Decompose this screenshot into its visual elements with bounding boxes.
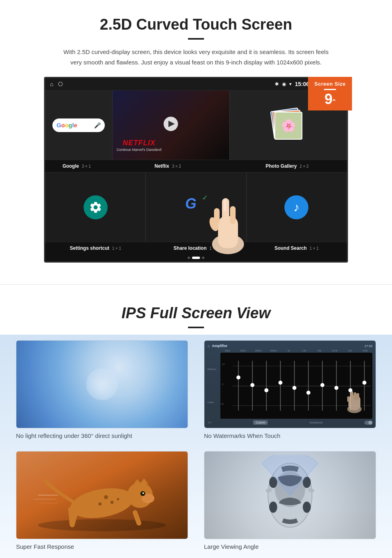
photo-card-3: 🌸 xyxy=(274,112,302,140)
netflix-app-name: Netflix xyxy=(154,163,169,169)
eq-track-5 xyxy=(294,361,295,411)
eq-track-4 xyxy=(280,361,281,411)
wifi-icon: ▾ xyxy=(289,81,292,87)
settings-label: Settings shortcut 1 × 1 xyxy=(45,244,146,253)
google-app-name: Google xyxy=(62,163,79,169)
app-labels-row-2: Settings shortcut 1 × 1 Share location 1… xyxy=(45,242,347,254)
bluetooth-icon: ✱ xyxy=(275,81,279,87)
eq-track-3 xyxy=(266,361,267,411)
curved-touch-section: 2.5D Curved Touch Screen With 2.5D curve… xyxy=(0,0,392,276)
eq-handle-3 xyxy=(264,388,268,392)
feature-grid: No light reflecting under 360° direct su… xyxy=(16,340,376,550)
app-labels-row-1: Google 3 × 1 Netflix 3 × 2 Photo Gallery… xyxy=(45,160,347,172)
eq-handle-7 xyxy=(320,383,324,387)
eq-handle-6 xyxy=(306,391,310,395)
eq-track-9 xyxy=(350,361,351,411)
google-search-bar[interactable]: Google 🎤 xyxy=(52,118,105,132)
eq-main-area: Balance Fader xyxy=(208,353,372,419)
status-left: ⌂ ⎔ xyxy=(50,81,63,87)
badge-divider xyxy=(324,89,336,90)
gallery-app-size: 2 × 2 xyxy=(300,164,309,169)
svg-point-23 xyxy=(98,502,102,506)
google-logo: Google xyxy=(56,122,77,128)
page-dot-3 xyxy=(202,257,204,259)
mic-icon[interactable]: 🎤 xyxy=(94,122,101,128)
svg-rect-2 xyxy=(222,198,229,224)
home-icon: ⌂ xyxy=(50,81,53,87)
feature-fast-response: Super Fast Response xyxy=(16,451,188,550)
settings-cell[interactable] xyxy=(45,172,146,242)
eq-handle-1 xyxy=(236,375,240,379)
status-bar: ⌂ ⎔ ✱ ◉ ▾ 15:06 ◫ ◁) ▣ ⬜ xyxy=(45,78,347,90)
netflix-label-row: Netflix 3 × 2 xyxy=(108,162,227,171)
svg-point-13 xyxy=(38,519,166,531)
gallery-label-row: Photo Gallery 2 × 2 xyxy=(228,162,347,171)
app-grid-row-2: G ✓ xyxy=(45,172,347,242)
cheetah-background xyxy=(16,452,188,539)
eq-track-7 xyxy=(322,361,323,411)
google-app-cell[interactable]: Google 🎤 xyxy=(45,90,112,160)
google-label: Google 3 × 1 xyxy=(45,162,108,171)
sky-background xyxy=(16,341,188,428)
no-reflection-image xyxy=(16,340,188,428)
android-screen: ⌂ ⎔ ✱ ◉ ▾ 15:06 ◫ ◁) ▣ ⬜ xyxy=(44,77,348,263)
svg-rect-3 xyxy=(230,206,236,224)
svg-point-14 xyxy=(68,484,136,523)
share-location-label: Share location 1 × 1 xyxy=(146,244,246,253)
svg-point-22 xyxy=(110,501,114,504)
share-location-cell[interactable]: G ✓ xyxy=(146,172,246,242)
feature-no-reflection: No light reflecting under 360° direct su… xyxy=(16,340,188,439)
maps-icon-wrapper: G ✓ xyxy=(182,193,210,221)
eq-handle-4 xyxy=(278,381,282,385)
svg-point-21 xyxy=(104,495,108,499)
netflix-logo: NETFLIX xyxy=(117,139,162,147)
ips-title: IPS Full Screen View xyxy=(16,305,376,322)
svg-point-24 xyxy=(117,498,119,500)
eq-handle-2 xyxy=(250,383,254,387)
maps-check-icon: ✓ xyxy=(202,193,208,202)
settings-app-size: 1 × 1 xyxy=(112,246,121,251)
google-app-size: 3 × 1 xyxy=(82,164,91,169)
screen-wrapper: Screen Size 9" ⌂ ⎔ ✱ ◉ ▾ xyxy=(24,77,368,264)
flower-icon: 🌸 xyxy=(281,118,296,132)
eq-track-1 xyxy=(238,361,239,411)
eq-track-6 xyxy=(308,361,309,411)
gear-icon xyxy=(89,201,102,214)
maps-g-letter: G xyxy=(185,195,196,212)
ips-section: IPS Full Screen View No light reflecting… xyxy=(0,293,392,558)
music-note-circle: ♪ xyxy=(284,195,308,219)
share-location-app-name: Share location xyxy=(174,245,207,251)
badge-size: 9" xyxy=(314,92,346,106)
no-watermarks-image: ⌂ Amplifier 17:33 60hz 100hz 200 xyxy=(204,340,376,428)
netflix-app-cell[interactable]: NETFLIX Continue Marvel's Daredevil xyxy=(112,90,230,160)
eq-track-10 xyxy=(364,361,365,411)
page-indicator xyxy=(45,254,347,261)
cheetah-svg xyxy=(26,459,178,531)
page-dot-1 xyxy=(188,257,190,259)
eq-handle-9 xyxy=(348,388,352,392)
usb-icon: ⎔ xyxy=(58,81,63,87)
netflix-subtitle: Continue Marvel's Daredevil xyxy=(117,148,162,152)
gallery-app-name: Photo Gallery xyxy=(266,163,297,169)
sky-gradient xyxy=(16,340,188,428)
screen-size-badge: Screen Size 9" xyxy=(308,77,352,110)
eq-y-10: 10 xyxy=(222,363,225,365)
curved-title: 2.5D Curved Touch Screen xyxy=(24,16,368,33)
music-note-icon: ♪ xyxy=(294,201,300,214)
amplifier-screen: ⌂ Amplifier 17:33 60hz 100hz 200 xyxy=(204,341,376,428)
eq-y-0: 0 xyxy=(222,383,223,385)
play-button[interactable] xyxy=(164,116,178,131)
sound-search-cell[interactable]: ♪ xyxy=(246,172,347,242)
curved-description: With 2.5D curved-display screen, this de… xyxy=(60,47,332,67)
play-triangle-icon xyxy=(168,120,175,127)
section-divider xyxy=(0,284,392,285)
sound-search-app-size: 1 × 1 xyxy=(310,246,319,251)
fast-response-image xyxy=(16,451,188,539)
status-time: 15:06 xyxy=(295,81,309,87)
location-icon: ◉ xyxy=(282,81,286,87)
eq-track-2 xyxy=(252,361,253,411)
netflix-app-size: 3 × 2 xyxy=(172,164,181,169)
svg-marker-17 xyxy=(133,479,142,485)
svg-marker-18 xyxy=(140,478,148,484)
svg-rect-6 xyxy=(224,199,226,211)
